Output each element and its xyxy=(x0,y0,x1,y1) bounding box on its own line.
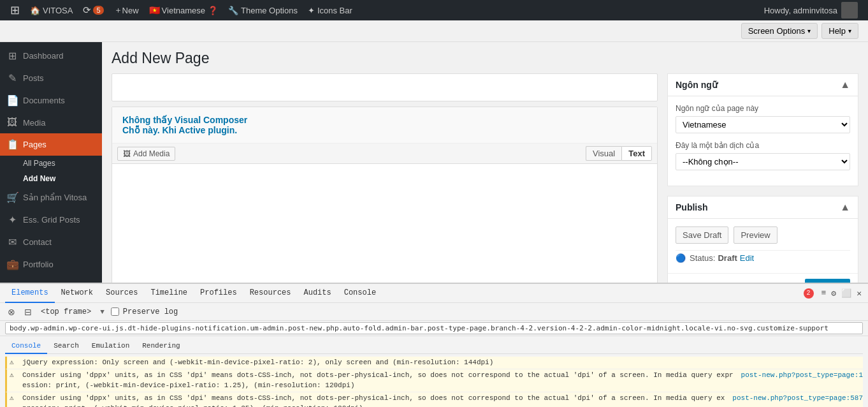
updates-item[interactable]: ⟳ 5 xyxy=(78,0,108,20)
documents-icon: 📄 xyxy=(6,94,18,107)
site-name[interactable]: 🏠 VITOSA xyxy=(25,0,78,20)
language-panel-body: Ngôn ngữ của page này Vietnamese Đây là … xyxy=(668,96,858,186)
dt-tab-timeline[interactable]: Timeline xyxy=(144,284,194,303)
devtools-toolbar: ⊗ ⊟ <top frame> ▼ Preserve log xyxy=(0,303,868,321)
sidebar-item-documents[interactable]: 📄 Documents xyxy=(0,89,102,112)
devtools-tabs: Elements Network Sources Timeline Profil… xyxy=(0,284,868,303)
admin-bar: ⊞ 🏠 VITOSA ⟳ 5 ＋ New 🇻🇳 Vietnamese ❓ 🔧 T… xyxy=(0,0,868,20)
avatar xyxy=(841,2,858,18)
status-icon: 🔵 xyxy=(676,253,686,263)
url-bar: body.wp-admin.wp-core-ui.js.dt-hide-plug… xyxy=(5,322,863,334)
expand-icon[interactable]: ≡ xyxy=(820,287,828,299)
save-draft-button[interactable]: Save Draft xyxy=(676,226,728,244)
visual-tab[interactable]: Visual xyxy=(586,146,621,161)
dt-tab-profiles[interactable]: Profiles xyxy=(194,284,243,303)
star-icon: ✦ xyxy=(308,6,315,15)
screen-options-bar: Screen Options ▾ Help ▾ xyxy=(0,20,868,42)
rendering-subtab[interactable]: Rendering xyxy=(136,339,186,354)
wordpress-icon: ⊞ xyxy=(10,3,20,17)
publish-actions: Save Draft Preview xyxy=(676,226,850,244)
sidebar-item-media[interactable]: 🖼 Media xyxy=(0,112,102,133)
language-panel-toggle[interactable]: ▲ xyxy=(840,79,850,91)
language-select[interactable]: Vietnamese xyxy=(676,116,850,133)
devtools-content: Console Search Emulation Rendering ⚠jQue… xyxy=(0,336,868,407)
vc-notice-link[interactable]: Không thấy Visual Composer Chỗ này. Khi … xyxy=(122,115,647,135)
close-icon[interactable]: ✕ xyxy=(855,287,863,300)
dt-tab-resources[interactable]: Resources xyxy=(243,284,298,303)
dt-tab-network[interactable]: Network xyxy=(55,284,99,303)
sidebar-item-contact[interactable]: ✉ Contact xyxy=(0,231,102,253)
publish-panel-toggle[interactable]: ▲ xyxy=(840,202,850,213)
theme-options-item[interactable]: 🔧 Theme Options xyxy=(223,0,303,20)
updates-icon: ⟳ xyxy=(83,4,91,16)
warning-icon: ⚠ xyxy=(10,371,20,390)
console-message: Consider using 'dppx' units, as in CSS '… xyxy=(22,371,735,390)
portfolio-icon: 💼 xyxy=(6,258,18,270)
help-button[interactable]: Help ▾ xyxy=(821,23,858,39)
editor-toolbar: 🖼 Add Media Visual Text xyxy=(112,144,657,164)
pages-icon: 📋 xyxy=(6,138,18,151)
sidebar-subitem-all-pages[interactable]: All Pages xyxy=(0,156,102,171)
sidebar-item-san-pham[interactable]: 🛒 Sản phẩm Vitosa xyxy=(0,186,102,209)
emulation-subtab[interactable]: Emulation xyxy=(85,339,136,354)
sidebar-item-dashboard[interactable]: ⊞ Dashboard xyxy=(0,45,102,67)
language-panel-header: Ngôn ngữ ▲ xyxy=(668,74,858,96)
add-media-button[interactable]: 🖼 Add Media xyxy=(117,147,175,161)
lang-field2-label: Đây là một bản dịch của xyxy=(676,141,850,150)
error-count-badge: 2 xyxy=(802,287,818,300)
publish-panel-body: Save Draft Preview 🔵 Status: Draft Edit xyxy=(668,219,858,273)
dt-tab-elements[interactable]: Elements xyxy=(5,284,55,303)
editor-main: Không thấy Visual Composer Chỗ này. Khi … xyxy=(112,73,658,311)
sidebar-item-ess-grid[interactable]: ✦ Ess. Grid Posts xyxy=(0,209,102,231)
stop-icon[interactable]: ⊗ xyxy=(5,306,18,318)
home-icon: 🏠 xyxy=(30,6,40,15)
editor-sidebar: Ngôn ngữ ▲ Ngôn ngữ của page này Vietnam… xyxy=(667,73,858,311)
error-count: 2 xyxy=(804,288,814,299)
editor-box: Không thấy Visual Composer Chỗ này. Khi … xyxy=(112,107,658,305)
dashboard-icon: ⊞ xyxy=(6,50,18,62)
preserve-log-label: Preserve log xyxy=(123,307,178,316)
sidebar-item-posts[interactable]: ✎ Posts xyxy=(0,67,102,89)
post-title-input[interactable] xyxy=(112,73,658,101)
status-edit-link[interactable]: Edit xyxy=(740,253,754,263)
language-item[interactable]: 🇻🇳 Vietnamese ❓ xyxy=(144,0,223,20)
grid-icon: ✦ xyxy=(6,214,18,226)
new-item[interactable]: ＋ New xyxy=(109,0,144,20)
preview-button[interactable]: Preview xyxy=(734,226,777,244)
preserve-log-checkbox[interactable] xyxy=(111,307,119,316)
frame-label: <top frame> xyxy=(41,307,91,316)
dt-tab-sources[interactable]: Sources xyxy=(99,284,144,303)
console-source-link[interactable]: post-new.php?post_type=page:587 xyxy=(732,394,863,407)
translation-select[interactable]: --Không chọn-- xyxy=(676,153,850,170)
console-message: Consider using 'dppx' units, as in CSS '… xyxy=(22,394,726,407)
flag-icon: 🇻🇳 xyxy=(149,5,160,15)
console-subtab[interactable]: Console xyxy=(5,339,47,354)
sidebar-item-portfolio[interactable]: 💼 Portfolio xyxy=(0,253,102,276)
dt-tab-audits[interactable]: Audits xyxy=(297,284,337,303)
screen-options-button[interactable]: Screen Options ▾ xyxy=(741,23,818,39)
console-source-link[interactable]: post-new.php?post_type=page:1 xyxy=(741,371,863,390)
console-line: ⚠jQuery expression: Only screen and (-we… xyxy=(5,357,863,369)
dt-tab-console[interactable]: Console xyxy=(338,284,382,303)
search-subtab[interactable]: Search xyxy=(47,339,85,354)
editor-wrap: Không thấy Visual Composer Chỗ này. Khi … xyxy=(112,73,858,311)
publish-panel-header: Publish ▲ xyxy=(668,196,858,219)
vc-notice: Không thấy Visual Composer Chỗ này. Khi … xyxy=(112,107,657,144)
settings-icon[interactable]: ⚙ xyxy=(830,287,837,300)
help-circle-icon: ❓ xyxy=(208,6,218,15)
visual-text-tabs: Visual Text xyxy=(586,146,652,161)
dock-icon[interactable]: ⬜ xyxy=(840,287,853,300)
status-row: 🔵 Status: Draft Edit xyxy=(676,250,850,265)
warning-icon: ⚠ xyxy=(10,394,20,407)
wordpress-logo[interactable]: ⊞ xyxy=(5,0,25,20)
filter-icon[interactable]: ⊟ xyxy=(22,306,34,318)
media-add-icon: 🖼 xyxy=(123,149,131,158)
icons-bar-item[interactable]: ✦ Icons Bar xyxy=(303,0,358,20)
language-panel: Ngôn ngữ ▲ Ngôn ngữ của page này Vietnam… xyxy=(667,73,858,186)
text-tab[interactable]: Text xyxy=(621,146,652,161)
posts-icon: ✎ xyxy=(6,72,18,84)
chevron-down-icon: ▾ xyxy=(848,27,851,34)
sidebar-item-pages[interactable]: 📋 Pages xyxy=(0,133,102,156)
howdy-item[interactable]: Howdy, adminvitosa xyxy=(759,0,863,20)
sidebar-subitem-add-new[interactable]: Add New xyxy=(0,171,102,186)
